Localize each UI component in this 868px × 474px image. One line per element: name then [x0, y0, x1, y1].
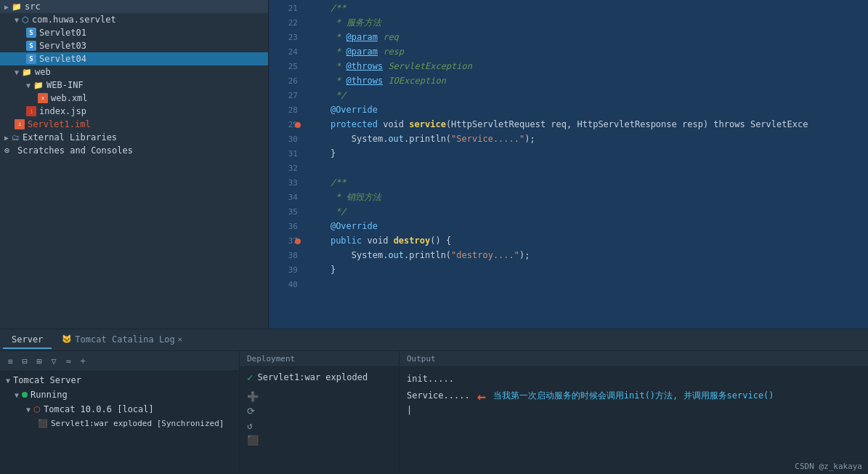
sidebar-item-webinf[interactable]: ▼ 📁 WEB-INF: [0, 79, 268, 92]
deploy-sync-icon[interactable]: ⟳: [247, 405, 259, 417]
sidebar-item-servlet04[interactable]: S Servlet04: [0, 52, 268, 65]
code-line-22: * 服务方法: [309, 16, 862, 31]
toolbar-icon-align[interactable]: ≡: [4, 356, 16, 367]
server-tree-tomcat[interactable]: ▼ ⬡ Tomcat 10.0.6 [local]: [0, 402, 239, 417]
deploy-refresh-icon[interactable]: ↺: [247, 419, 259, 431]
server-tree-running[interactable]: ▼ Running: [0, 387, 239, 402]
deployment-header-label: Deployment: [247, 354, 295, 363]
line-22: 22: [269, 16, 298, 31]
code-line-25: * @throws ServletException: [309, 60, 862, 74]
server-tree: ▼ Tomcat Server ▼ Running ▼ ⬡ Tomcat 10.…: [0, 371, 239, 474]
toolbar-icon-split[interactable]: ⊟: [19, 356, 31, 367]
line-26: 26: [269, 74, 298, 89]
code-content[interactable]: /** * 服务方法 * @param req * @param resp * …: [304, 0, 868, 329]
output-annotation-row: Service..... ← 当我第一次启动服务的时候会调用init()方法, …: [407, 387, 861, 405]
running-label: Running: [31, 390, 68, 400]
folder-icon: 📁: [12, 2, 22, 12]
deployment-panel: Deployment ✓ Servlet1:war exploded ➕ ⟳ ↺…: [240, 351, 399, 474]
catalina-icon: 🐱: [62, 334, 72, 344]
line-numbers: 21 22 23 24 25 26 27 28 29 30 31 32 33 3…: [269, 0, 304, 329]
code-area: 21 22 23 24 25 26 27 28 29 30 31 32 33 3…: [269, 0, 868, 329]
xml-icon: x: [38, 93, 48, 103]
chevron-icon: ▼: [26, 81, 31, 89]
sidebar-item-label: Servlet03: [39, 41, 86, 51]
code-line-38: System.out.println("destroy....");: [309, 249, 862, 263]
deployment-action-buttons: ➕ ⟳ ↺ ⬛: [240, 387, 399, 449]
class-icon: S: [26, 54, 36, 64]
line-34: 34: [269, 190, 298, 205]
iml-icon: i: [15, 119, 25, 129]
code-line-39: }: [309, 263, 862, 278]
folder-icon: 📁: [22, 68, 32, 77]
sidebar-item-servlet01[interactable]: S Servlet01: [0, 26, 268, 39]
output-header: Output: [399, 351, 868, 367]
sidebar-item-label: com.huwa.servlet: [32, 15, 116, 25]
deploy-check-icon: ✓: [247, 371, 253, 383]
line-29: 29: [269, 118, 298, 132]
sidebar: ▶ 📁 src ▼ ⬡ com.huwa.servlet S Servlet01…: [0, 0, 269, 329]
code-line-30: System.out.println("Service.....");: [309, 132, 862, 147]
tomcat-label: Tomcat 10.0.6 [local]: [44, 404, 154, 414]
sidebar-item-label: WEB-INF: [46, 80, 84, 90]
chevron-icon: ▼: [26, 406, 31, 414]
bottom-content: ≡ ⊟ ⊞ ▽ ≈ + ▼ Tomcat Server ▼ Running ▼: [0, 351, 868, 474]
toolbar-icon-settings[interactable]: ≈: [62, 356, 74, 367]
sidebar-item-scratches[interactable]: ⊙ Scratches and Consoles: [0, 144, 268, 157]
watermark: CSDN @z_kakaya: [795, 462, 862, 471]
folder-icon: 📁: [33, 81, 44, 90]
output-panel: Output init..... Service..... ← 当我第一次启动服…: [399, 351, 868, 474]
deployment-item-label: Servlet1:war exploded: [257, 372, 368, 382]
line-23: 23: [269, 31, 298, 45]
class-icon: S: [26, 41, 36, 51]
tab-tomcat-catalina-log[interactable]: 🐱 Tomcat Catalina Log ✕: [53, 332, 190, 349]
toolbar-icon-grid[interactable]: ⊞: [33, 356, 45, 367]
chevron-icon: ▼: [15, 68, 19, 76]
chevron-icon: ▼: [15, 391, 19, 399]
tomcat-server-label: Tomcat Server: [13, 375, 81, 385]
sidebar-item-servlet03[interactable]: S Servlet03: [0, 39, 268, 52]
close-tab-icon[interactable]: ✕: [178, 335, 182, 343]
line-36: 36: [269, 220, 298, 234]
bottom-panel: Server 🐱 Tomcat Catalina Log ✕ ≡ ⊟ ⊞ ▽ ≈…: [0, 329, 868, 474]
chevron-icon: ▶: [4, 3, 9, 11]
sidebar-item-package[interactable]: ▼ ⬡ com.huwa.servlet: [0, 13, 268, 26]
line-39: 39: [269, 263, 298, 278]
deploy-terminal-icon[interactable]: ⬛: [247, 434, 259, 446]
sidebar-item-web[interactable]: ▼ 📁 web: [0, 65, 268, 79]
line-30: 30: [269, 132, 298, 147]
sidebar-item-label: src: [25, 1, 41, 12]
sidebar-item-external-libraries[interactable]: ▶ 🗂 External Libraries: [0, 131, 268, 144]
line-21: 21: [269, 1, 298, 16]
sidebar-item-label: External Libraries: [23, 132, 117, 142]
breakpoint-dot: [295, 122, 301, 128]
output-line-2: Service.....: [407, 388, 470, 404]
sidebar-item-webxml[interactable]: x web.xml: [0, 92, 268, 105]
server-panel: ≡ ⊟ ⊞ ▽ ≈ + ▼ Tomcat Server ▼ Running ▼: [0, 351, 240, 474]
sidebar-item-label: Servlet04: [39, 54, 86, 64]
tab-server[interactable]: Server: [3, 332, 52, 349]
code-line-31: }: [309, 147, 862, 161]
sidebar-item-indexjsp[interactable]: j index.jsp: [0, 105, 268, 118]
code-line-36: @Override: [309, 220, 862, 234]
deploy-label: Servlet1:war exploded [Synchronized]: [51, 419, 224, 428]
line-28: 28: [269, 103, 298, 118]
line-31: 31: [269, 147, 298, 161]
toolbar-icon-add[interactable]: +: [77, 356, 89, 367]
sidebar-item-label: index.jsp: [39, 106, 86, 116]
sidebar-item-label: Servlet01: [39, 28, 86, 38]
chevron-icon: ▼: [6, 377, 10, 385]
code-line-35: */: [309, 205, 862, 220]
server-tree-root[interactable]: ▼ Tomcat Server: [0, 373, 239, 387]
sidebar-item-src[interactable]: ▶ 📁 src: [0, 0, 268, 13]
server-tree-deploy[interactable]: ⬛ Servlet1:war exploded [Synchronized]: [0, 417, 239, 430]
code-line-34: * 销毁方法: [309, 190, 862, 205]
package-icon: ⬡: [22, 15, 29, 25]
output-content: init..... Service..... ← 当我第一次启动服务的时候会调用…: [399, 367, 868, 474]
output-header-label: Output: [407, 354, 436, 363]
toolbar-icon-filter[interactable]: ▽: [48, 356, 60, 367]
code-line-37: public void destroy() {: [309, 234, 862, 249]
sidebar-item-label: Servlet1.iml: [28, 119, 91, 129]
deploy-plus-icon[interactable]: ➕: [247, 390, 259, 402]
jsp-icon: j: [26, 106, 36, 116]
sidebar-item-iml[interactable]: i Servlet1.iml: [0, 118, 268, 131]
